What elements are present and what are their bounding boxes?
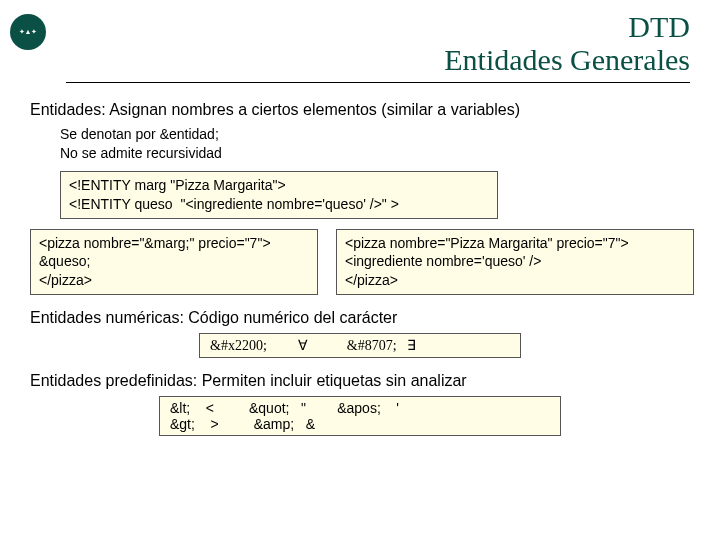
sub-text-2: No se admite recursividad	[60, 144, 690, 163]
intro-text: Entidades: Asignan nombres a ciertos ele…	[30, 101, 690, 119]
expanded-xml-box: <pizza nombre="Pizza Margarita" precio="…	[336, 229, 694, 296]
title-line-1: DTD	[66, 10, 690, 43]
numeric-entities-box: &#x2200; ∀ &#8707; ∃	[199, 333, 521, 358]
title-line-2: Entidades Generales	[66, 43, 690, 76]
source-xml-box: <pizza nombre="&marg;" precio="7"> &ques…	[30, 229, 318, 296]
entity-definition-box: <!ENTITY marg "Pizza Margarita"> <!ENTIT…	[60, 171, 498, 219]
sub-text-1: Se denotan por &entidad;	[60, 125, 690, 144]
numeric-entities-heading: Entidades numéricas: Código numérico del…	[30, 309, 690, 327]
predefined-entities-heading: Entidades predefinidas: Permiten incluir…	[30, 372, 690, 390]
predefined-entities-box: &lt; < &quot; " &apos; ' &gt; > &amp; &	[159, 396, 561, 436]
slide-title: DTD Entidades Generales	[66, 10, 690, 83]
institution-logo-icon: ✦▲✦	[10, 14, 46, 50]
